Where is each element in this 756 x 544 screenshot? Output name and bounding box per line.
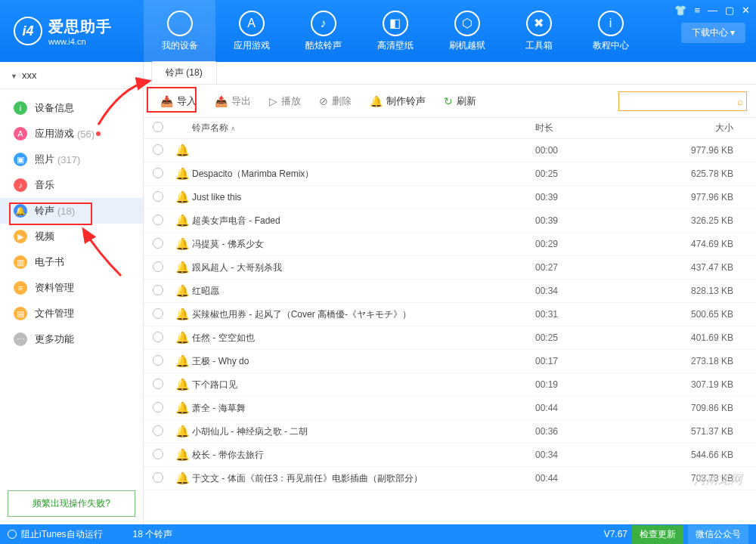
- sidebar-item-视频[interactable]: ▶视频: [0, 224, 143, 249]
- ringtone-size: 709.86 KB: [649, 403, 747, 413]
- ringtone-duration: 00:27: [535, 262, 649, 273]
- search-input[interactable]: [624, 96, 737, 107]
- table-row[interactable]: 🔔任然 - 空空如也00:25401.69 KB: [144, 326, 756, 350]
- table-row[interactable]: 🔔Just like this00:39977.96 KB: [144, 186, 756, 209]
- row-checkbox[interactable]: [153, 144, 163, 155]
- delete-button[interactable]: ⊘删除: [311, 91, 359, 112]
- select-all-checkbox[interactable]: [153, 122, 163, 132]
- import-icon: 📥: [160, 95, 173, 107]
- export-label: 导出: [231, 94, 251, 108]
- ringtone-size: 625.78 KB: [649, 168, 747, 179]
- sidebar-icon: ▥: [14, 255, 27, 269]
- table-row[interactable]: 🔔王极 - Why do00:17273.18 KB: [144, 350, 756, 373]
- import-button[interactable]: 📥导入: [153, 91, 204, 112]
- table-row[interactable]: 🔔冯提莫 - 佛系少女00:29474.69 KB: [144, 233, 756, 256]
- wechat-button[interactable]: 微信公众号: [688, 525, 748, 544]
- sidebar-item-照片[interactable]: ▣照片(317): [0, 147, 143, 172]
- help-link[interactable]: 频繁出现操作失败?: [8, 490, 135, 517]
- nav-工具箱[interactable]: ✖工具箱: [503, 0, 575, 62]
- bell-icon: 🔔: [175, 471, 192, 485]
- row-checkbox[interactable]: [153, 425, 163, 436]
- nav-酷炫铃声[interactable]: ♪酷炫铃声: [287, 0, 359, 62]
- skin-icon[interactable]: 👕: [674, 5, 686, 16]
- export-button[interactable]: 📤导出: [207, 91, 259, 112]
- table-row[interactable]: 🔔跟风超人 - 大哥别杀我00:27437.47 KB: [144, 256, 756, 280]
- row-checkbox[interactable]: [153, 215, 163, 225]
- sidebar-count: (18): [57, 206, 75, 217]
- row-checkbox[interactable]: [153, 168, 163, 178]
- sidebar-item-电子书[interactable]: ▥电子书: [0, 249, 143, 275]
- row-checkbox[interactable]: [153, 379, 163, 389]
- sidebar-icon: ⋯: [14, 332, 27, 346]
- ringtone-duration: 00:00: [535, 145, 649, 156]
- nav-label: 应用游戏: [234, 39, 270, 52]
- sidebar-item-文件管理[interactable]: ▤文件管理: [0, 301, 143, 326]
- tab-ringtones[interactable]: 铃声 (18): [151, 61, 217, 84]
- sidebar-item-应用游戏[interactable]: A应用游戏(56): [0, 121, 143, 147]
- row-checkbox[interactable]: [153, 261, 163, 272]
- refresh-icon: ↻: [444, 95, 453, 107]
- play-icon: ▷: [269, 95, 277, 107]
- row-checkbox[interactable]: [153, 238, 163, 249]
- sidebar-item-设备信息[interactable]: i设备信息: [0, 95, 143, 121]
- table-row[interactable]: 🔔超美女声电音 - Faded00:39326.25 KB: [144, 209, 756, 233]
- import-label: 导入: [177, 94, 197, 108]
- col-size[interactable]: 大小: [649, 122, 747, 134]
- table-row[interactable]: 🔔小胡仙儿 - 神经病之歌 - 二胡00:36571.37 KB: [144, 420, 756, 444]
- nav-我的设备[interactable]: 我的设备: [144, 0, 215, 62]
- nav-教程中心[interactable]: i教程中心: [575, 0, 646, 62]
- ringtone-name: Just like this: [192, 192, 535, 202]
- col-duration[interactable]: 时长: [535, 122, 649, 134]
- download-center-button[interactable]: 下载中心 ▾: [681, 23, 745, 43]
- search-box[interactable]: ⌕: [618, 91, 747, 111]
- row-checkbox[interactable]: [153, 191, 163, 202]
- table-row[interactable]: 🔔00:00977.96 KB: [144, 139, 756, 162]
- row-checkbox[interactable]: [153, 472, 163, 483]
- nav-应用游戏[interactable]: A应用游戏: [215, 0, 287, 62]
- row-checkbox[interactable]: [153, 449, 163, 459]
- menu-icon[interactable]: ≡: [694, 5, 700, 16]
- row-checkbox[interactable]: [153, 285, 163, 295]
- device-selector[interactable]: xxx: [0, 62, 143, 89]
- sidebar-item-更多功能[interactable]: ⋯更多功能: [0, 326, 143, 352]
- nav-label: 高清壁纸: [377, 39, 414, 52]
- ringtone-name: 王极 - Why do: [192, 355, 535, 368]
- sidebar-item-铃声[interactable]: 🔔铃声(18): [0, 198, 143, 224]
- table-row[interactable]: 🔔Despacito（Marimba Remix）00:25625.78 KB: [144, 162, 756, 186]
- nav-刷机越狱[interactable]: ⬡刷机越狱: [431, 0, 503, 62]
- table-row[interactable]: 🔔于文文 - 体面《前任3：再见前任》电影插曲（副歌部分）00:44703.73…: [144, 467, 756, 490]
- sidebar-label: 更多功能: [35, 332, 74, 346]
- refresh-button[interactable]: ↻刷新: [436, 91, 484, 112]
- play-button[interactable]: ▷播放: [262, 91, 308, 112]
- ringtone-duration: 00:36: [535, 426, 649, 437]
- table-row[interactable]: 🔔萧全 - 海草舞00:44709.86 KB: [144, 397, 756, 420]
- nav-高清壁纸[interactable]: ◧高清壁纸: [359, 0, 431, 62]
- sidebar: xxx i设备信息A应用游戏(56)▣照片(317)♪音乐🔔铃声(18)▶视频▥…: [0, 62, 144, 524]
- sidebar-item-资料管理[interactable]: ≡资料管理: [0, 275, 143, 301]
- table-row[interactable]: 🔔买辣椒也用券 - 起风了（Cover 高橋優-《ヤキモチ》）00:31500.…: [144, 303, 756, 326]
- ringtone-size: 828.13 KB: [649, 286, 747, 296]
- sidebar-item-音乐[interactable]: ♪音乐: [0, 172, 143, 198]
- ringtone-duration: 00:39: [535, 215, 649, 226]
- row-checkbox[interactable]: [153, 355, 163, 366]
- nav-icon: ⬡: [454, 11, 480, 36]
- maximize-icon[interactable]: ▢: [725, 5, 734, 16]
- main-area: 铃声 (18) 📥导入 📤导出 ▷播放 ⊘删除 🔔制作铃声 ↻刷新 ⌕ 铃声名称…: [144, 62, 756, 524]
- make-ringtone-button[interactable]: 🔔制作铃声: [362, 91, 433, 112]
- ringtone-size: 977.96 KB: [649, 145, 747, 156]
- itunes-block-toggle[interactable]: 阻止iTunes自动运行: [8, 528, 103, 541]
- check-update-button[interactable]: 检查更新: [632, 525, 683, 544]
- ringtone-duration: 00:44: [535, 403, 649, 413]
- row-checkbox[interactable]: [153, 402, 163, 413]
- row-checkbox[interactable]: [153, 332, 163, 342]
- row-checkbox[interactable]: [153, 308, 163, 319]
- col-name[interactable]: 铃声名称: [192, 122, 228, 133]
- table-row[interactable]: 🔔校长 - 带你去旅行00:34544.66 KB: [144, 444, 756, 467]
- close-icon[interactable]: ✕: [742, 5, 750, 16]
- minimize-icon[interactable]: —: [708, 5, 717, 16]
- ringtone-name: 下个路口见: [192, 379, 535, 391]
- notification-dot-icon: [96, 131, 101, 136]
- table-row[interactable]: 🔔红昭愿00:34828.13 KB: [144, 280, 756, 303]
- table-row[interactable]: 🔔下个路口见00:19307.19 KB: [144, 373, 756, 397]
- search-icon[interactable]: ⌕: [737, 95, 743, 107]
